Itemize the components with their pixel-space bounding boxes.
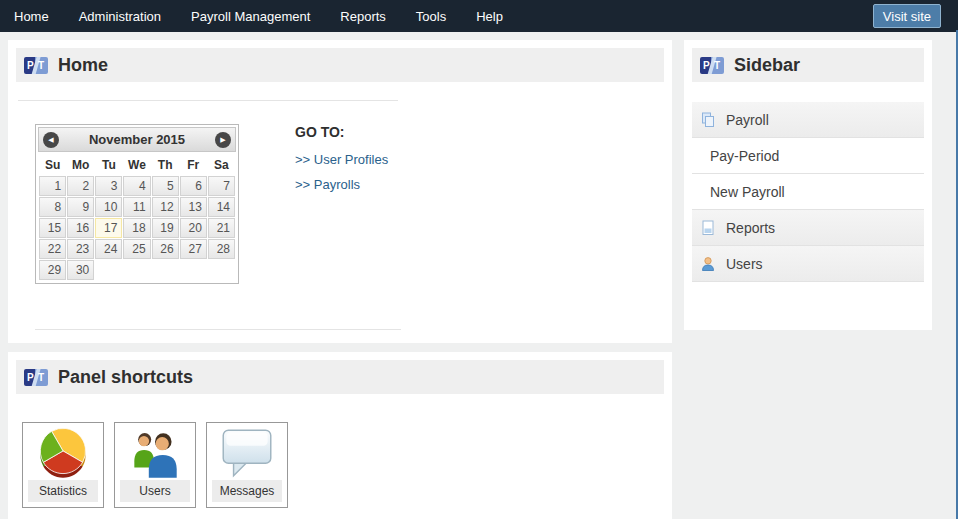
calendar-header: ◀ November 2015 ▶ bbox=[38, 127, 236, 152]
calendar-day[interactable]: 27 bbox=[180, 239, 207, 259]
calendar-day[interactable]: 14 bbox=[208, 197, 235, 217]
pt-logo-icon: P T bbox=[24, 369, 48, 386]
nav-item-payroll-management[interactable]: Payroll Management bbox=[191, 9, 310, 24]
calendar-day[interactable]: 18 bbox=[123, 218, 150, 238]
page-title: Home bbox=[58, 55, 108, 76]
shortcut-messages[interactable]: Messages bbox=[206, 422, 288, 508]
calendar-day[interactable]: 4 bbox=[123, 176, 150, 196]
calendar-day-header: Th bbox=[152, 154, 179, 175]
calendar-day[interactable]: 28 bbox=[208, 239, 235, 259]
calendar-day[interactable]: 24 bbox=[95, 239, 122, 259]
calendar-empty-cell bbox=[208, 260, 235, 280]
calendar-day[interactable]: 1 bbox=[39, 176, 66, 196]
shortcut-label-messages: Messages bbox=[212, 480, 282, 502]
sidebar-item-payroll[interactable]: Payroll bbox=[692, 102, 924, 138]
nav-item-help[interactable]: Help bbox=[476, 9, 503, 24]
calendar-day[interactable]: 25 bbox=[123, 239, 150, 259]
calendar-day[interactable]: 22 bbox=[39, 239, 66, 259]
sidebar-item-label: Payroll bbox=[726, 112, 769, 128]
calendar-day[interactable]: 9 bbox=[67, 197, 94, 217]
shortcut-users[interactable]: Users bbox=[114, 422, 196, 508]
copy-icon bbox=[700, 112, 716, 128]
calendar-day[interactable]: 30 bbox=[67, 260, 94, 280]
sidebar-item-users[interactable]: Users bbox=[692, 246, 924, 282]
calendar-day[interactable]: 11 bbox=[123, 197, 150, 217]
calendar-day[interactable]: 10 bbox=[95, 197, 122, 217]
goto-heading: GO TO: bbox=[295, 124, 388, 140]
visit-site-button[interactable]: Visit site bbox=[873, 4, 941, 28]
calendar-day[interactable]: 5 bbox=[152, 176, 179, 196]
calendar-day[interactable]: 3 bbox=[95, 176, 122, 196]
divider bbox=[18, 100, 398, 101]
calendar-day-header: Su bbox=[39, 154, 66, 175]
top-navigation: Home Administration Payroll Management R… bbox=[0, 0, 958, 32]
calendar-empty-cell bbox=[95, 260, 122, 280]
calendar-day-header: Tu bbox=[95, 154, 122, 175]
shortcuts-panel-header: P T Panel shortcuts bbox=[16, 360, 664, 394]
speech-bubble-icon bbox=[207, 426, 287, 480]
user-icon bbox=[700, 256, 716, 272]
calendar-day[interactable]: 23 bbox=[67, 239, 94, 259]
goto-link[interactable]: >> Payrolls bbox=[295, 177, 388, 192]
sidebar-item-reports[interactable]: Reports bbox=[692, 210, 924, 246]
panel-shortcuts: P T Panel shortcuts bbox=[8, 352, 672, 519]
calendar-prev-icon[interactable]: ◀ bbox=[43, 132, 59, 148]
sidebar-item-pay-period[interactable]: Pay-Period bbox=[692, 138, 924, 174]
divider bbox=[35, 329, 401, 330]
sidebar-item-label: Pay-Period bbox=[710, 148, 779, 164]
shortcut-label-statistics: Statistics bbox=[28, 480, 98, 502]
calendar-month-label: November 2015 bbox=[39, 128, 235, 152]
nav-item-tools[interactable]: Tools bbox=[416, 9, 446, 24]
shortcut-statistics[interactable]: Statistics bbox=[22, 422, 104, 508]
shortcut-row: Statistics Users bbox=[22, 422, 288, 508]
calendar-day-header: Fr bbox=[180, 154, 207, 175]
calendar-day-header: Sa bbox=[208, 154, 235, 175]
calendar-day-header: We bbox=[123, 154, 150, 175]
calendar-day[interactable]: 16 bbox=[67, 218, 94, 238]
nav-item-home[interactable]: Home bbox=[14, 9, 49, 24]
calendar-day[interactable]: 20 bbox=[180, 218, 207, 238]
goto-section: GO TO: >> User Profiles>> Payrolls bbox=[295, 124, 388, 202]
calendar-day[interactable]: 12 bbox=[152, 197, 179, 217]
sidebar-item-label: Users bbox=[726, 256, 763, 272]
calendar-day[interactable]: 6 bbox=[180, 176, 207, 196]
calendar-empty-cell bbox=[152, 260, 179, 280]
calendar-day[interactable]: 26 bbox=[152, 239, 179, 259]
document-icon bbox=[700, 220, 716, 236]
shortcut-label-users: Users bbox=[120, 480, 190, 502]
sidebar-title: Sidebar bbox=[734, 55, 800, 76]
calendar-empty-cell bbox=[180, 260, 207, 280]
calendar-widget: ◀ November 2015 ▶ SuMoTuWeThFrSa 1234567… bbox=[35, 124, 239, 284]
people-icon bbox=[115, 426, 195, 480]
sidebar-item-label: New Payroll bbox=[710, 184, 785, 200]
sidebar: P T Sidebar Payroll Pay-Period New Payro… bbox=[684, 40, 932, 330]
calendar-day[interactable]: 15 bbox=[39, 218, 66, 238]
nav-item-reports[interactable]: Reports bbox=[340, 9, 386, 24]
pie-chart-icon bbox=[23, 426, 103, 480]
pt-logo-icon: P T bbox=[700, 57, 724, 74]
calendar-next-icon[interactable]: ▶ bbox=[215, 132, 231, 148]
calendar-day[interactable]: 17 bbox=[95, 218, 122, 238]
calendar-day[interactable]: 29 bbox=[39, 260, 66, 280]
calendar-grid: SuMoTuWeThFrSa 1234567891011121314151617… bbox=[38, 153, 236, 281]
calendar-day[interactable]: 21 bbox=[208, 218, 235, 238]
shortcuts-title: Panel shortcuts bbox=[58, 367, 193, 388]
sidebar-list: Payroll Pay-Period New Payroll Reports bbox=[692, 102, 924, 282]
calendar-day[interactable]: 8 bbox=[39, 197, 66, 217]
home-panel: P T Home ◀ November 2015 ▶ SuMoTuWeThFrS… bbox=[8, 40, 672, 343]
calendar-day[interactable]: 7 bbox=[208, 176, 235, 196]
sidebar-item-label: Reports bbox=[726, 220, 775, 236]
calendar-empty-cell bbox=[123, 260, 150, 280]
sidebar-header: P T Sidebar bbox=[692, 48, 924, 82]
calendar-day-header: Mo bbox=[67, 154, 94, 175]
calendar-day[interactable]: 19 bbox=[152, 218, 179, 238]
sidebar-item-new-payroll[interactable]: New Payroll bbox=[692, 174, 924, 210]
page: Home Administration Payroll Management R… bbox=[0, 0, 958, 519]
nav-item-administration[interactable]: Administration bbox=[79, 9, 161, 24]
home-panel-header: P T Home bbox=[16, 48, 664, 82]
calendar-day[interactable]: 13 bbox=[180, 197, 207, 217]
calendar-day[interactable]: 2 bbox=[67, 176, 94, 196]
goto-link[interactable]: >> User Profiles bbox=[295, 152, 388, 167]
pt-logo-icon: P T bbox=[24, 57, 48, 74]
